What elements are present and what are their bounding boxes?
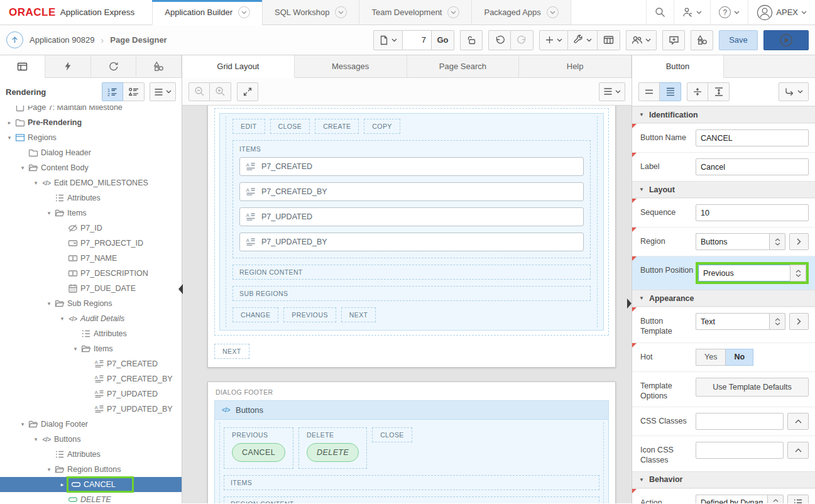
go-to-detail-button[interactable] xyxy=(789,233,809,250)
lock-unlocked-button[interactable] xyxy=(460,30,483,50)
columns-report-button[interactable] xyxy=(598,30,620,50)
tree-item-p7-name[interactable]: P7_NAME xyxy=(0,251,182,266)
tree-item-delete[interactable]: DELETE xyxy=(0,492,182,503)
utility-search[interactable] xyxy=(646,0,674,25)
section-header-appearance[interactable]: ▼Appearance xyxy=(632,290,815,307)
tree-expander-open[interactable]: ▾ xyxy=(45,300,53,307)
left-tab-shared-components-shapes[interactable] xyxy=(136,55,182,77)
region-content-slot[interactable]: REGION CONTENT xyxy=(232,265,591,280)
tree-item-buttons[interactable]: ▾</>Buttons xyxy=(0,432,182,447)
tree-expander-open[interactable]: ▾ xyxy=(45,466,53,473)
tree-item-p7-created[interactable]: AP7_CREATED xyxy=(0,356,182,371)
shapes-button[interactable] xyxy=(691,30,713,50)
tree-item-p7-created-by[interactable]: AP7_CREATED_BY xyxy=(0,371,182,386)
tree-expander-open[interactable]: ▾ xyxy=(45,210,53,216)
tree-item-content-body[interactable]: ▾Content Body xyxy=(0,160,182,175)
create-plus-button[interactable] xyxy=(539,30,568,50)
expand-editor-button[interactable] xyxy=(787,442,809,459)
list-values-button[interactable] xyxy=(787,495,809,504)
right-splitter-collapse-icon[interactable] xyxy=(627,299,632,309)
toggle-option-yes[interactable]: Yes xyxy=(696,349,726,366)
redo-button[interactable] xyxy=(511,30,533,50)
buttons-region-header[interactable]: </> Buttons xyxy=(214,400,609,419)
tree-item-audit-details[interactable]: ▾</>Audit Details xyxy=(0,311,182,326)
label-input[interactable] xyxy=(696,158,809,175)
undo-button[interactable] xyxy=(488,30,511,50)
left-splitter-collapse-icon[interactable] xyxy=(178,284,183,294)
spinner-icon[interactable] xyxy=(769,313,785,330)
tree-expander-open[interactable]: ▾ xyxy=(58,315,67,322)
zoom-out-icon[interactable] xyxy=(189,82,210,101)
chevron-down-icon[interactable] xyxy=(547,6,559,18)
tree-expander-open[interactable]: ▾ xyxy=(31,436,40,442)
expand-editor-button[interactable] xyxy=(787,413,809,430)
type-order-icon[interactable] xyxy=(123,82,145,101)
zoom-in-icon[interactable] xyxy=(210,82,231,101)
nav-tab-sql-workshop[interactable]: SQL Workshop xyxy=(262,0,359,25)
tree-expander-closed[interactable]: ▸ xyxy=(5,119,14,126)
spinner-icon[interactable] xyxy=(790,265,806,282)
items-slot[interactable]: ITEMS xyxy=(224,475,599,490)
collapse-groups-button[interactable] xyxy=(687,82,708,101)
grid-slot-previous[interactable]: PREVIOUS xyxy=(283,307,336,322)
left-tab-rendering-layout[interactable] xyxy=(0,55,45,78)
grid-item-p7-created-by[interactable]: AP7_CREATED_BY xyxy=(239,182,584,201)
left-tab-processing-refresh[interactable] xyxy=(91,55,136,77)
grid-slot-next[interactable]: NEXT xyxy=(341,307,376,322)
chevron-down-icon[interactable] xyxy=(335,6,347,18)
tree-expander-open[interactable]: ▾ xyxy=(31,180,40,186)
css-classes-input[interactable] xyxy=(696,413,784,430)
tree-item-cancel[interactable]: ▸CANCEL xyxy=(0,477,182,492)
icon-css-classes-input[interactable] xyxy=(696,442,784,459)
tree-expander-closed[interactable]: ▸ xyxy=(58,481,67,488)
section-header-behavior[interactable]: ▼Behavior xyxy=(632,471,815,488)
utility-help[interactable]: ? xyxy=(710,0,748,25)
tree-expander-open[interactable]: ▾ xyxy=(18,165,27,171)
spinner-icon[interactable] xyxy=(767,495,784,504)
left-tab-dynamic-actions-bolt[interactable] xyxy=(45,55,90,77)
page-number-field[interactable]: 7 xyxy=(403,30,432,50)
grid-slot-delete[interactable]: DELETEDELETE xyxy=(298,427,367,469)
button-position-input[interactable] xyxy=(698,265,790,282)
chevron-down-icon[interactable] xyxy=(238,6,250,18)
grid-slot-close[interactable]: CLOSE xyxy=(372,427,412,442)
tree-item-p7-updated-by[interactable]: AP7_UPDATED_BY xyxy=(0,402,182,417)
grid-item-p7-updated[interactable]: AP7_UPDATED xyxy=(239,207,584,226)
canvas-button-cancel[interactable]: CANCEL xyxy=(232,443,285,462)
toggle-option-no[interactable]: No xyxy=(726,349,753,366)
action-input[interactable] xyxy=(696,495,767,504)
use-template-defaults-button[interactable]: Use Template Defaults xyxy=(696,378,809,397)
grid-slot-change[interactable]: CHANGE xyxy=(232,307,278,322)
grid-slot-next[interactable]: NEXT xyxy=(214,344,249,359)
grid-slot-close[interactable]: CLOSE xyxy=(270,119,310,134)
section-header-identification[interactable]: ▼Identification xyxy=(632,106,815,123)
goto-group-button[interactable] xyxy=(779,82,809,101)
sequence-input[interactable] xyxy=(696,204,809,221)
section-header-layout[interactable]: ▼Layout xyxy=(632,181,815,198)
button-template-input[interactable] xyxy=(696,313,769,330)
team-button[interactable] xyxy=(626,30,657,50)
grid-item-p7-updated-by[interactable]: AP7_UPDATED_BY xyxy=(239,233,584,251)
tree-expander-open[interactable]: ▾ xyxy=(18,421,27,427)
chevron-down-icon[interactable] xyxy=(447,6,459,18)
go-button[interactable]: Go xyxy=(432,30,454,50)
region-content-slot[interactable]: REGION CONTENT xyxy=(224,496,599,503)
tab-button[interactable]: Button xyxy=(632,55,724,78)
tree-item-attributes[interactable]: Attributes xyxy=(0,190,182,205)
grid-item-p7-created[interactable]: AP7_CREATED xyxy=(239,157,584,176)
center-tab-page-search[interactable]: Page Search xyxy=(407,55,520,77)
nav-tab-packaged-apps[interactable]: Packaged Apps xyxy=(471,0,571,25)
utility-admin[interactable] xyxy=(674,0,710,25)
go-to-detail-button[interactable] xyxy=(789,313,809,330)
tree-item-page-7-maintain-milestone[interactable]: Page 7: Maintain Milestone xyxy=(0,106,182,115)
display-menu-button[interactable] xyxy=(599,82,625,101)
button-name-input[interactable] xyxy=(696,129,809,146)
content-body-items-region[interactable]: ITEMSAP7_CREATEDAP7_CREATED_BYAP7_UPDATE… xyxy=(232,140,591,258)
tree-item-p7-due-date[interactable]: P7_DUE_DATE xyxy=(0,281,182,296)
canvas-button-delete[interactable]: DELETE xyxy=(307,443,359,462)
tree-item-attributes[interactable]: Attributes xyxy=(0,326,182,341)
region-input[interactable] xyxy=(696,233,769,250)
tree-item-attributes[interactable]: Attributes xyxy=(0,447,182,462)
tree-expander-open[interactable]: ▾ xyxy=(71,346,80,352)
tree-item-edit-demo-milestones[interactable]: ▾</>Edit DEMO_MILESTONES xyxy=(0,175,182,190)
